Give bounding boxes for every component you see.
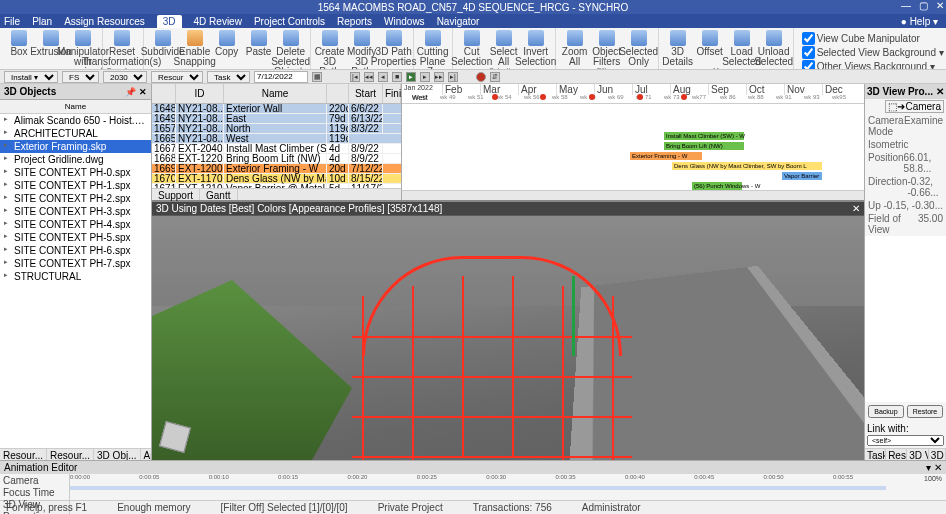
ribbon-reset-transformation-s-[interactable]: Reset Transformation(s) bbox=[107, 30, 137, 67]
tree-item[interactable]: SITE CONTEXT PH-1.spx bbox=[0, 179, 151, 192]
play-icon[interactable]: ▸ bbox=[406, 72, 416, 82]
ribbon-paste[interactable]: Paste bbox=[244, 30, 274, 57]
col-fin[interactable]: Fini... bbox=[383, 84, 401, 103]
record-icon[interactable] bbox=[476, 72, 486, 82]
ribbon-3d-path-properties[interactable]: 3D Path Properties bbox=[379, 30, 409, 67]
left-tab[interactable]: 3D Obj... bbox=[94, 449, 140, 460]
ribbon-create-3d-path[interactable]: Create 3D Path bbox=[315, 30, 345, 70]
ribbon-offset[interactable]: Offset bbox=[695, 30, 725, 57]
rewind-icon[interactable]: ◂◂ bbox=[364, 72, 374, 82]
ribbon-cut-selection[interactable]: Cut Selection bbox=[457, 30, 487, 67]
menu-4d-review[interactable]: 4D Review bbox=[194, 16, 242, 27]
settings-select[interactable]: FS bbox=[62, 71, 99, 83]
pin-icon[interactable]: 📌 ✕ bbox=[125, 87, 147, 97]
ribbon-invert-selection[interactable]: Invert Selection bbox=[521, 30, 551, 67]
gantt-bar[interactable]: (56) Punch Windows - W bbox=[692, 182, 742, 190]
settings-select[interactable]: 2030 bbox=[103, 71, 147, 83]
anim-track-label[interactable]: Focus Time bbox=[3, 487, 66, 499]
link-icon[interactable]: ⇵ bbox=[490, 72, 500, 82]
viewport-3d[interactable]: 3D Using Dates [Best] Colors [Appearance… bbox=[152, 202, 864, 460]
fwd-full-icon[interactable]: ▸| bbox=[448, 72, 458, 82]
left-tab[interactable]: Appear... bbox=[141, 449, 151, 460]
scene[interactable] bbox=[152, 216, 864, 460]
props-close-icon[interactable]: ✕ bbox=[936, 86, 944, 97]
menu-3d[interactable]: 3D bbox=[157, 15, 182, 28]
menu-assign-resources[interactable]: Assign Resources bbox=[64, 16, 145, 27]
col-start[interactable]: Start bbox=[349, 84, 383, 103]
tree-item[interactable]: SITE CONTEXT PH-0.spx bbox=[0, 166, 151, 179]
gantt-bar[interactable]: Vapor Barrier bbox=[782, 172, 822, 180]
ribbon-selected-only[interactable]: Selected Only bbox=[624, 30, 654, 67]
tree-item[interactable]: SITE CONTEXT PH-7.spx bbox=[0, 257, 151, 270]
close-icon[interactable]: ✕ bbox=[936, 0, 944, 11]
ribbon-unload-selected[interactable]: Unload Selected bbox=[759, 30, 789, 67]
gantt-chart[interactable]: Jan 2022 FebMarAprMayJunJulAugSepOctNovD… bbox=[402, 84, 864, 200]
menu-plan[interactable]: Plan bbox=[32, 16, 52, 27]
ribbon-copy[interactable]: Copy bbox=[212, 30, 242, 57]
backup-button[interactable]: Backup bbox=[868, 405, 904, 418]
objects-col-header[interactable]: Name bbox=[0, 100, 151, 114]
right-tab[interactable]: 3D ... bbox=[929, 449, 946, 460]
step-fwd-icon[interactable]: ▸ bbox=[420, 72, 430, 82]
tree-item[interactable]: SITE CONTEXT PH-2.spx bbox=[0, 192, 151, 205]
col-name[interactable]: Name bbox=[224, 84, 327, 103]
tree-item[interactable]: STRUCTURAL bbox=[0, 270, 151, 281]
gantt-bar[interactable]: Bring Boom Lift (NW) bbox=[664, 142, 744, 150]
ribbon-3d-details[interactable]: 3D Details bbox=[663, 30, 693, 67]
ribbon-zoom-all[interactable]: Zoom All bbox=[560, 30, 590, 67]
grid-tab[interactable]: Support bbox=[152, 189, 200, 200]
tree-item[interactable]: ARCHITECTURAL bbox=[0, 127, 151, 140]
help-menu[interactable]: ● Help ▾ bbox=[901, 16, 938, 27]
col-dur[interactable] bbox=[327, 84, 349, 103]
left-tab[interactable]: Resour... bbox=[47, 449, 94, 460]
ribbon-delete-selected-objects[interactable]: Delete Selected Objects bbox=[276, 30, 306, 70]
ribbon-object-filters[interactable]: Object Filters bbox=[592, 30, 622, 67]
camera-button[interactable]: ⬚➜Camera bbox=[885, 100, 944, 113]
cal-icon[interactable]: ▦ bbox=[312, 72, 322, 82]
ribbon-enable-snapping[interactable]: Enable Snapping bbox=[180, 30, 210, 67]
toggle-other-views-background-[interactable]: Other Views Background ▾ bbox=[802, 60, 944, 70]
gantt-bar[interactable]: Install Mast Climber (SW) - W bbox=[664, 132, 744, 140]
ribbon-cutting-plane-z-[interactable]: Cutting Plane Z▾ bbox=[418, 30, 448, 70]
menu-project-controls[interactable]: Project Controls bbox=[254, 16, 325, 27]
tree-item[interactable]: Exterior Framing.skp bbox=[0, 140, 151, 153]
maximize-icon[interactable]: ▢ bbox=[919, 0, 928, 11]
toggle-selected-view-background-[interactable]: Selected View Background ▾ bbox=[802, 46, 944, 59]
gantt-scrollbar[interactable] bbox=[402, 190, 864, 200]
tree-item[interactable]: Alimak Scando 650 - Hoist.skp bbox=[0, 114, 151, 127]
tree-item[interactable]: SITE CONTEXT PH-4.spx bbox=[0, 218, 151, 231]
menu-navigator[interactable]: Navigator bbox=[437, 16, 480, 27]
minimize-icon[interactable]: — bbox=[901, 0, 911, 11]
anim-close-icon[interactable]: ▾ ✕ bbox=[926, 462, 942, 473]
fwd-icon[interactable]: ▸▸ bbox=[434, 72, 444, 82]
settings-select[interactable]: Task bbox=[207, 71, 250, 83]
focus-date-input[interactable] bbox=[254, 71, 308, 83]
menu-windows[interactable]: Windows bbox=[384, 16, 425, 27]
col-id[interactable]: ID bbox=[176, 84, 224, 103]
restore-button[interactable]: Restore bbox=[907, 405, 943, 418]
ribbon-load-selected[interactable]: Load Selected bbox=[727, 30, 757, 67]
left-tab[interactable]: Resour... bbox=[0, 449, 47, 460]
toggle-view-cube-manipulator[interactable]: View Cube Manipulator bbox=[802, 32, 944, 45]
anim-timeline[interactable]: 0:00:000:00:050:00:100:00:150:00:200:00:… bbox=[70, 474, 886, 514]
step-back-icon[interactable]: ◂ bbox=[378, 72, 388, 82]
stop-icon[interactable]: ■ bbox=[392, 72, 402, 82]
menu-file[interactable]: File bbox=[4, 16, 20, 27]
link-with-select[interactable]: <self> bbox=[867, 435, 944, 446]
tree-item[interactable]: SITE CONTEXT PH-5.spx bbox=[0, 231, 151, 244]
gantt-bar[interactable]: Dens Glass (NW by Mast Climber, SW by Bo… bbox=[672, 162, 822, 170]
settings-select[interactable]: Rescur bbox=[151, 71, 203, 83]
rewind-full-icon[interactable]: |◂ bbox=[350, 72, 360, 82]
grid-tab[interactable]: Gantt bbox=[200, 189, 237, 200]
tree-item[interactable]: SITE CONTEXT PH-3.spx bbox=[0, 205, 151, 218]
right-tab[interactable]: Task ... bbox=[865, 449, 886, 460]
right-tab[interactable]: 3D Vi... bbox=[907, 449, 929, 460]
tree-item[interactable]: SITE CONTEXT PH-6.spx bbox=[0, 244, 151, 257]
anim-track-label[interactable]: Camera bbox=[3, 475, 66, 487]
settings-select[interactable]: Install ▾ bbox=[4, 71, 58, 83]
right-tab[interactable]: Reso... bbox=[886, 449, 907, 460]
gantt-bar[interactable]: Exterior Framing - W bbox=[630, 152, 702, 160]
menu-reports[interactable]: Reports bbox=[337, 16, 372, 27]
viewport-close-icon[interactable]: ✕ bbox=[852, 203, 860, 214]
tree-item[interactable]: Project Gridline.dwg bbox=[0, 153, 151, 166]
